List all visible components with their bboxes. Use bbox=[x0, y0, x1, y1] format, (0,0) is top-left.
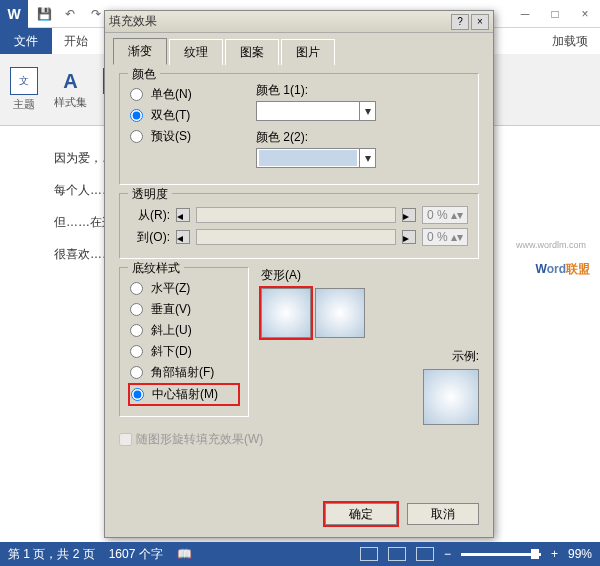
slider-left-icon[interactable]: ◂ bbox=[176, 230, 190, 244]
transparency-fieldset: 透明度 从(R): ◂ ▸ 0 %▴▾ 到(O): ◂ ▸ 0 %▴▾ bbox=[119, 193, 479, 259]
from-label: 从(R): bbox=[130, 207, 170, 224]
word-count: 1607 个字 bbox=[109, 546, 163, 563]
radio-from-center[interactable]: 中心辐射(M) bbox=[130, 385, 238, 404]
dialog-close-button[interactable]: × bbox=[471, 14, 489, 30]
view-web-icon[interactable] bbox=[416, 547, 434, 561]
chevron-down-icon: ▾ bbox=[359, 149, 375, 167]
radio-two-color[interactable]: 双色(T) bbox=[130, 107, 240, 124]
tab-addins[interactable]: 加载项 bbox=[540, 27, 600, 56]
slider-left-icon[interactable]: ◂ bbox=[176, 208, 190, 222]
spellcheck-icon[interactable]: 📖 bbox=[177, 547, 192, 561]
style-fieldset: 底纹样式 水平(Z) 垂直(V) 斜上(U) 斜下(D) 角部辐射(F) 中心辐… bbox=[119, 267, 249, 417]
radio-from-corner[interactable]: 角部辐射(F) bbox=[130, 364, 238, 381]
theme-icon: 文 bbox=[10, 67, 38, 95]
zoom-level[interactable]: 99% bbox=[568, 547, 592, 561]
watermark-logo: Word联盟 bbox=[536, 248, 590, 280]
help-button[interactable]: ? bbox=[451, 14, 469, 30]
radio-horizontal[interactable]: 水平(Z) bbox=[130, 280, 238, 297]
zoom-slider[interactable] bbox=[461, 553, 541, 556]
tab-texture[interactable]: 纹理 bbox=[169, 39, 223, 65]
sample-label: 示例: bbox=[261, 348, 479, 365]
color1-label: 颜色 1(1): bbox=[256, 82, 468, 99]
styleset-icon: A bbox=[63, 70, 77, 93]
word-icon: W bbox=[0, 0, 28, 28]
style-legend: 底纹样式 bbox=[128, 260, 184, 277]
variant-2[interactable] bbox=[315, 288, 365, 338]
slider-right-icon[interactable]: ▸ bbox=[402, 208, 416, 222]
theme-group[interactable]: 文 主题 bbox=[6, 63, 42, 116]
dialog-title: 填充效果 bbox=[109, 13, 449, 30]
close-button[interactable]: × bbox=[570, 4, 600, 24]
zoom-in-icon[interactable]: + bbox=[551, 547, 558, 561]
radio-diag-down[interactable]: 斜下(D) bbox=[130, 343, 238, 360]
ok-button[interactable]: 确定 bbox=[325, 503, 397, 525]
page-status: 第 1 页，共 2 页 bbox=[8, 546, 95, 563]
fill-effects-dialog: 填充效果 ? × 渐变 纹理 图案 图片 颜色 单色(N) 双色(T) 预设(S… bbox=[104, 10, 494, 538]
sample-swatch bbox=[423, 369, 479, 425]
tab-picture[interactable]: 图片 bbox=[281, 39, 335, 65]
color1-select[interactable]: ▾ bbox=[256, 101, 376, 121]
from-percent[interactable]: 0 %▴▾ bbox=[422, 206, 468, 224]
slider-right-icon[interactable]: ▸ bbox=[402, 230, 416, 244]
from-slider[interactable] bbox=[196, 207, 396, 223]
to-slider[interactable] bbox=[196, 229, 396, 245]
radio-single-color[interactable]: 单色(N) bbox=[130, 86, 240, 103]
minimize-button[interactable]: ─ bbox=[510, 4, 540, 24]
rotate-checkbox: 随图形旋转填充效果(W) bbox=[119, 431, 479, 448]
status-bar: 第 1 页，共 2 页 1607 个字 📖 − + 99% bbox=[0, 542, 600, 566]
to-label: 到(O): bbox=[130, 229, 170, 246]
styleset-group[interactable]: A 样式集 bbox=[50, 66, 91, 114]
color2-label: 颜色 2(2): bbox=[256, 129, 468, 146]
chevron-down-icon: ▾ bbox=[359, 102, 375, 120]
zoom-out-icon[interactable]: − bbox=[444, 547, 451, 561]
styleset-label: 样式集 bbox=[54, 95, 87, 110]
radio-diag-up[interactable]: 斜上(U) bbox=[130, 322, 238, 339]
undo-icon[interactable]: ↶ bbox=[60, 4, 80, 24]
view-read-icon[interactable] bbox=[360, 547, 378, 561]
color-fieldset: 颜色 单色(N) 双色(T) 预设(S) 颜色 1(1): ▾ 颜色 2(2):… bbox=[119, 73, 479, 185]
redo-icon[interactable]: ↷ bbox=[86, 4, 106, 24]
view-print-icon[interactable] bbox=[388, 547, 406, 561]
transparency-legend: 透明度 bbox=[128, 186, 172, 203]
radio-vertical[interactable]: 垂直(V) bbox=[130, 301, 238, 318]
tab-pattern[interactable]: 图案 bbox=[225, 39, 279, 65]
theme-label: 主题 bbox=[13, 97, 35, 112]
color2-select[interactable]: ▾ bbox=[256, 148, 376, 168]
variants-label: 变形(A) bbox=[261, 267, 479, 284]
variant-1[interactable] bbox=[261, 288, 311, 338]
radio-preset[interactable]: 预设(S) bbox=[130, 128, 240, 145]
color-legend: 颜色 bbox=[128, 66, 160, 83]
maximize-button[interactable]: □ bbox=[540, 4, 570, 24]
save-icon[interactable]: 💾 bbox=[34, 4, 54, 24]
cancel-button[interactable]: 取消 bbox=[407, 503, 479, 525]
file-tab[interactable]: 文件 bbox=[0, 28, 52, 54]
tab-gradient[interactable]: 渐变 bbox=[113, 38, 167, 65]
to-percent[interactable]: 0 %▴▾ bbox=[422, 228, 468, 246]
tab-home[interactable]: 开始 bbox=[52, 27, 100, 56]
